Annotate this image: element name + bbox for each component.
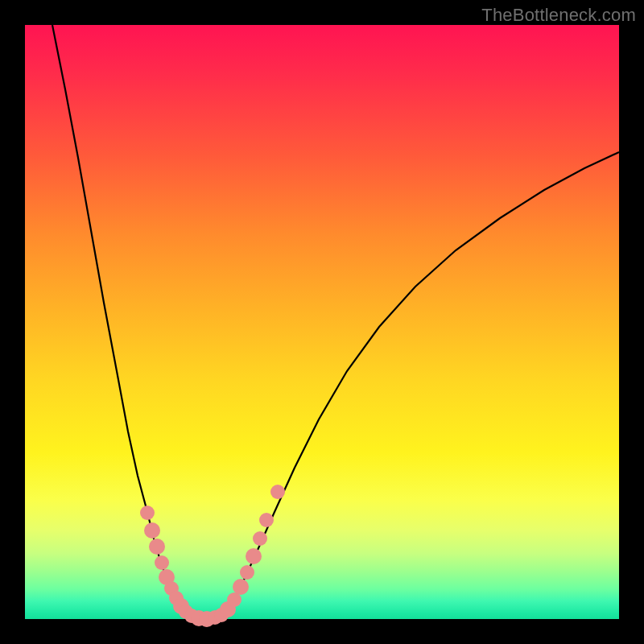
data-marker xyxy=(259,513,274,527)
data-marker xyxy=(144,522,160,539)
watermark-text: TheBottleneck.com xyxy=(481,5,636,26)
chart-frame: TheBottleneck.com xyxy=(0,0,644,644)
data-marker xyxy=(155,555,169,570)
data-marker xyxy=(240,565,254,580)
curve-path xyxy=(52,25,619,619)
data-marker xyxy=(246,548,262,564)
plot-area xyxy=(25,25,619,619)
chart-svg xyxy=(25,25,619,619)
data-marker xyxy=(140,506,155,520)
data-marker xyxy=(270,485,285,499)
data-marker xyxy=(149,539,165,555)
data-marker xyxy=(253,531,267,546)
data-marker xyxy=(233,579,249,595)
marker-group xyxy=(140,485,285,627)
